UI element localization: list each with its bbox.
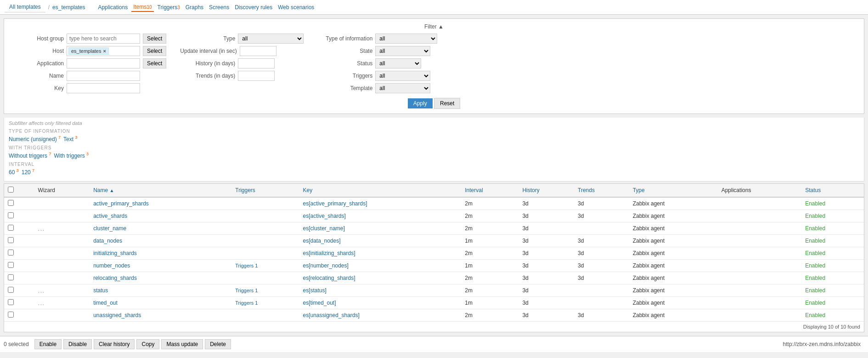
row-checkbox[interactable] <box>4 260 34 272</box>
triggers-select[interactable]: all With triggers Without triggers <box>375 71 430 81</box>
item-name-link[interactable]: unassigned_shards <box>93 312 141 318</box>
row-checkbox[interactable] <box>4 309 34 322</box>
subfilter-60[interactable]: 60 3 <box>9 168 19 176</box>
col-trends[interactable]: Trends <box>574 184 629 197</box>
key-link[interactable]: es[cluster_name] <box>303 225 344 232</box>
col-triggers[interactable]: Triggers <box>231 184 299 197</box>
row-checkbox[interactable] <box>4 197 34 210</box>
row-name[interactable]: unassigned_shards <box>90 309 231 322</box>
row-checkbox[interactable] <box>4 272 34 284</box>
col-key[interactable]: Key <box>299 184 461 197</box>
row-select[interactable] <box>8 237 14 243</box>
trigger-link[interactable]: Triggers 1 <box>235 263 258 268</box>
row-key[interactable]: es[relocating_shards] <box>299 272 461 284</box>
row-triggers[interactable]: Triggers 1 <box>231 260 299 272</box>
key-link[interactable]: es[number_nodes] <box>303 262 348 269</box>
breadcrumb-all-templates[interactable]: All templates <box>5 2 45 12</box>
col-interval[interactable]: Interval <box>461 184 519 197</box>
item-name-link[interactable]: data_nodes <box>93 238 122 244</box>
trigger-link[interactable]: Triggers 1 <box>235 300 258 306</box>
row-checkbox[interactable] <box>4 297 34 309</box>
wizard-dots[interactable]: ... <box>38 225 45 232</box>
row-triggers[interactable]: Triggers 1 <box>231 297 299 309</box>
clear-history-button[interactable]: Clear history <box>94 339 135 349</box>
update-interval-input[interactable] <box>240 46 276 56</box>
tab-web-scenarios[interactable]: Web scenarios <box>276 3 316 11</box>
row-name[interactable]: active_primary_shards <box>90 197 231 210</box>
enable-button[interactable]: Enable <box>34 339 62 349</box>
subfilter-120[interactable]: 120 7 <box>22 168 34 176</box>
select-all-checkbox[interactable] <box>8 187 14 193</box>
name-input[interactable] <box>67 71 140 81</box>
row-key[interactable]: es[active_primary_shards] <box>299 197 461 210</box>
col-name[interactable]: Name ▲ <box>90 184 231 197</box>
item-name-link[interactable]: cluster_name <box>93 225 126 232</box>
row-select[interactable] <box>8 312 14 318</box>
row-name[interactable]: status <box>90 284 231 297</box>
row-select[interactable] <box>8 212 14 218</box>
key-link[interactable]: es[relocating_shards] <box>303 275 355 281</box>
row-wizard[interactable]: ... <box>34 297 90 309</box>
host-group-input[interactable] <box>67 34 140 44</box>
key-link[interactable]: es[initializing_shards] <box>303 250 355 256</box>
mass-update-button[interactable]: Mass update <box>161 339 203 349</box>
row-checkbox[interactable] <box>4 210 34 222</box>
subfilter-with-triggers-item[interactable]: With triggers 3 <box>54 152 89 159</box>
history-input[interactable] <box>238 58 275 68</box>
key-link[interactable]: es[status] <box>303 287 326 294</box>
row-key[interactable]: es[cluster_name] <box>299 222 461 235</box>
key-link[interactable]: es[timed_out] <box>303 300 336 306</box>
tab-graphs[interactable]: Graphs <box>184 3 205 11</box>
col-history[interactable]: History <box>519 184 574 197</box>
delete-button[interactable]: Delete <box>205 339 231 349</box>
row-key[interactable]: es[data_nodes] <box>299 235 461 247</box>
item-name-link[interactable]: initializing_shards <box>93 250 137 256</box>
host-select-button[interactable]: Select <box>143 46 166 56</box>
row-name[interactable]: cluster_name <box>90 222 231 235</box>
key-link[interactable]: es[active_primary_shards] <box>303 200 367 207</box>
apply-button[interactable]: Apply <box>408 98 433 108</box>
reset-button[interactable]: Reset <box>434 98 460 109</box>
tab-applications[interactable]: Applications <box>96 3 130 11</box>
item-name-link[interactable]: active_shards <box>93 213 127 219</box>
row-checkbox[interactable] <box>4 284 34 297</box>
template-select[interactable]: all <box>375 83 430 93</box>
item-name-link[interactable]: relocating_shards <box>93 275 137 281</box>
row-select[interactable] <box>8 287 14 293</box>
host-group-select-button[interactable]: Select <box>143 34 166 44</box>
row-select[interactable] <box>8 250 14 256</box>
row-wizard[interactable]: ... <box>34 284 90 297</box>
row-checkbox[interactable] <box>4 247 34 260</box>
item-name-link[interactable]: timed_out <box>93 300 118 306</box>
subfilter-numeric[interactable]: Numeric (unsigned) 7 <box>9 135 61 142</box>
row-key[interactable]: es[number_nodes] <box>299 260 461 272</box>
item-name-link[interactable]: active_primary_shards <box>93 200 149 207</box>
row-select[interactable] <box>8 262 14 268</box>
application-input[interactable] <box>67 58 140 68</box>
item-name-link[interactable]: number_nodes <box>93 262 130 269</box>
disable-button[interactable]: Disable <box>63 339 92 349</box>
tab-items[interactable]: Items10 <box>131 3 153 12</box>
col-type[interactable]: Type <box>629 184 718 197</box>
wizard-dots[interactable]: ... <box>38 299 45 307</box>
row-triggers[interactable]: Triggers 1 <box>231 284 299 297</box>
status-select[interactable]: all Enabled Disabled <box>375 58 421 68</box>
row-name[interactable]: initializing_shards <box>90 247 231 260</box>
row-key[interactable]: es[timed_out] <box>299 297 461 309</box>
row-checkbox[interactable] <box>4 235 34 247</box>
row-name[interactable]: timed_out <box>90 297 231 309</box>
type-of-info-select[interactable]: all Numeric (unsigned) Text <box>375 34 437 44</box>
row-name[interactable]: number_nodes <box>90 260 231 272</box>
row-name[interactable]: relocating_shards <box>90 272 231 284</box>
row-key[interactable]: es[initializing_shards] <box>299 247 461 260</box>
breadcrumb-es-templates[interactable]: es_templates <box>52 4 85 11</box>
key-input[interactable] <box>67 83 140 93</box>
key-link[interactable]: es[active_shards] <box>303 213 345 219</box>
trends-input[interactable] <box>238 71 275 81</box>
row-select[interactable] <box>8 200 14 206</box>
row-name[interactable]: active_shards <box>90 210 231 222</box>
subfilter-without-triggers[interactable]: Without triggers 7 <box>9 152 51 159</box>
col-checkbox[interactable] <box>4 184 34 197</box>
tab-discovery-rules[interactable]: Discovery rules <box>233 3 274 11</box>
row-wizard[interactable]: ... <box>34 222 90 235</box>
